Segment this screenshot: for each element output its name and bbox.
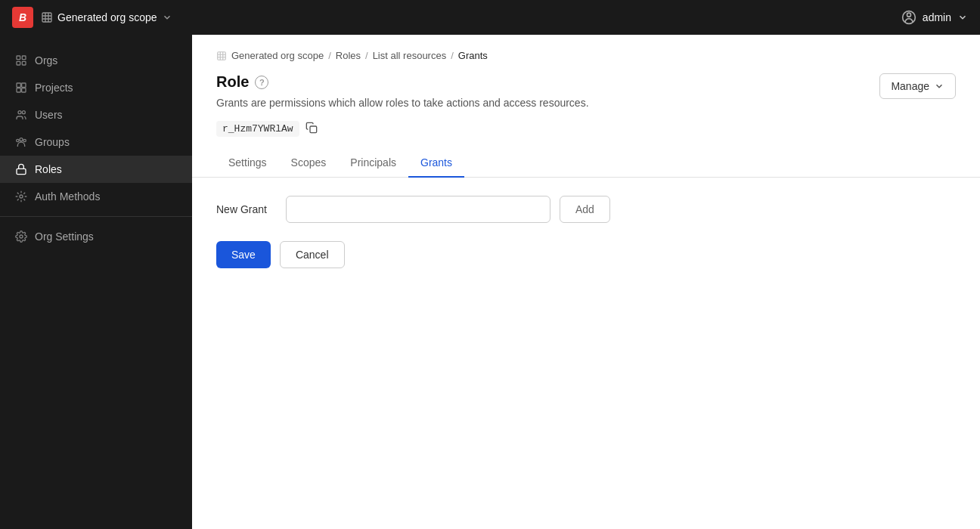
page-title: Role ? (216, 73, 589, 91)
copy-icon-svg (305, 122, 318, 134)
tabs: Settings Scopes Principals Grants (192, 149, 980, 178)
tab-scopes[interactable]: Scopes (279, 149, 339, 178)
svg-point-18 (20, 235, 23, 238)
role-id-row: r_Hzm7YWRlAw (192, 121, 980, 149)
orgs-icon (15, 54, 27, 67)
svg-point-13 (20, 138, 23, 141)
breadcrumb: Generated org scope / Roles / List all r… (192, 35, 980, 73)
new-grant-label: New Grant (216, 203, 277, 215)
sidebar-item-users-label: Users (35, 109, 63, 121)
svg-point-12 (22, 111, 25, 114)
page-header: Role ? Grants are permissions which allo… (192, 73, 980, 121)
svg-point-15 (23, 139, 26, 141)
users-icon (15, 109, 27, 121)
svg-rect-6 (22, 61, 26, 65)
new-grant-input[interactable] (286, 196, 550, 223)
breadcrumb-list-all[interactable]: List all resources (373, 50, 447, 61)
sidebar-item-projects-label: Projects (35, 82, 73, 94)
svg-rect-8 (22, 83, 26, 87)
user-name-label: admin (923, 11, 951, 23)
tab-grants[interactable]: Grants (408, 149, 464, 178)
svg-rect-9 (17, 88, 20, 92)
role-id: r_Hzm7YWRlAw (216, 121, 299, 137)
help-icon[interactable]: ? (255, 76, 268, 89)
page-header-left: Role ? Grants are permissions which allo… (216, 73, 589, 109)
svg-rect-19 (218, 51, 226, 60)
top-nav-left: B Generated org scope (12, 7, 172, 28)
org-settings-icon (15, 230, 27, 243)
svg-rect-7 (17, 83, 20, 87)
top-nav: B Generated org scope admin (0, 0, 980, 35)
sidebar-divider (0, 216, 192, 217)
svg-rect-20 (310, 126, 317, 133)
sidebar-item-auth-methods[interactable]: Auth Methods (0, 183, 192, 210)
breadcrumb-icon (216, 51, 227, 61)
breadcrumb-roles[interactable]: Roles (336, 50, 361, 61)
breadcrumb-sep-3: / (451, 50, 454, 61)
tab-settings[interactable]: Settings (216, 149, 279, 178)
svg-rect-3 (17, 56, 20, 60)
breadcrumb-sep-1: / (328, 50, 331, 61)
manage-button-label: Manage (891, 80, 929, 92)
tab-principals[interactable]: Principals (338, 149, 408, 178)
sidebar-item-org-settings-label: Org Settings (35, 230, 94, 243)
user-menu[interactable]: admin (901, 10, 968, 25)
sidebar-item-roles[interactable]: Roles (0, 156, 192, 183)
svg-point-2 (907, 13, 910, 17)
svg-point-11 (18, 111, 21, 114)
sidebar-item-roles-label: Roles (35, 163, 62, 175)
page-title-text: Role (216, 73, 249, 91)
manage-button[interactable]: Manage (879, 73, 956, 99)
manage-chevron-icon (934, 81, 944, 91)
add-button[interactable]: Add (560, 196, 610, 223)
sidebar-item-orgs-label: Orgs (35, 54, 57, 67)
form-section: New Grant Add Save Cancel (192, 178, 980, 286)
chevron-down-icon (957, 12, 968, 23)
sidebar-item-projects[interactable]: Projects (0, 74, 192, 101)
org-selector[interactable]: Generated org scope (41, 11, 172, 23)
breadcrumb-sep-2: / (365, 50, 368, 61)
save-button[interactable]: Save (216, 241, 271, 268)
copy-icon[interactable] (305, 122, 318, 137)
svg-point-14 (17, 139, 19, 141)
org-name-label: Generated org scope (57, 11, 157, 23)
chevron-down-icon (162, 12, 172, 23)
user-circle-icon (901, 10, 916, 25)
svg-rect-4 (22, 56, 26, 60)
page-description: Grants are permissions which allow roles… (216, 97, 589, 109)
svg-point-17 (20, 195, 23, 198)
sidebar-item-groups[interactable]: Groups (0, 128, 192, 156)
new-grant-row: New Grant Add (216, 196, 956, 223)
breadcrumb-org[interactable]: Generated org scope (231, 50, 324, 61)
sidebar: Orgs Projects Users Groups Roles (0, 35, 192, 529)
svg-rect-10 (22, 88, 26, 92)
auth-methods-icon (15, 190, 27, 203)
action-row: Save Cancel (216, 241, 956, 268)
sidebar-item-org-settings[interactable]: Org Settings (0, 223, 192, 250)
svg-rect-5 (17, 61, 20, 65)
sidebar-item-auth-methods-label: Auth Methods (35, 190, 100, 203)
sidebar-item-orgs[interactable]: Orgs (0, 47, 192, 74)
groups-icon (15, 136, 27, 148)
logo-icon[interactable]: B (12, 7, 33, 28)
sidebar-item-users[interactable]: Users (0, 101, 192, 128)
sidebar-item-groups-label: Groups (35, 136, 70, 148)
main-content: Generated org scope / Roles / List all r… (192, 35, 980, 529)
building-icon (41, 11, 53, 23)
roles-icon (15, 163, 27, 175)
svg-rect-16 (17, 169, 26, 174)
cancel-button[interactable]: Cancel (280, 241, 345, 268)
svg-rect-0 (42, 13, 51, 22)
breadcrumb-current: Grants (458, 50, 488, 61)
projects-icon (15, 82, 27, 94)
